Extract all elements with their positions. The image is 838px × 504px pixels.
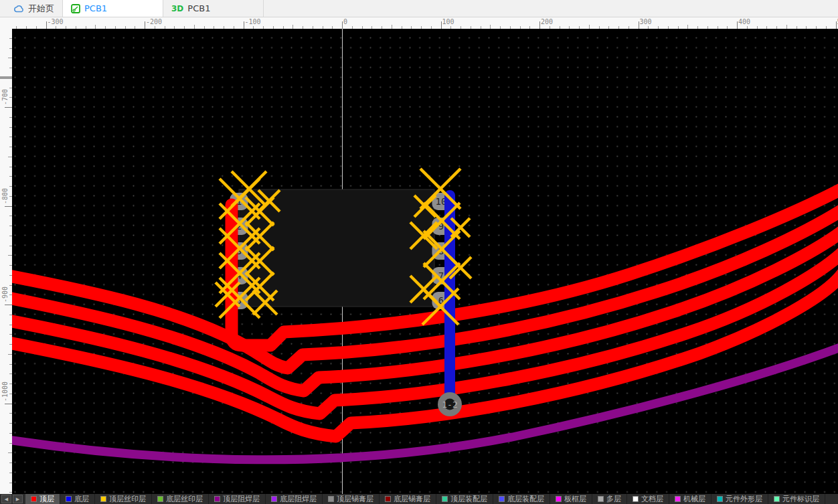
tab-label: 开始页 [28,3,54,15]
layer-item-3[interactable]: 顶层丝印层 [95,494,152,504]
tab-pcb[interactable]: PCB1 [63,0,163,17]
pcb-canvas[interactable]: 123451098761-2 [12,29,838,494]
tab-label: PCB1 [84,3,107,13]
layer-item-11[interactable]: 板框层 [550,494,592,504]
ruler-tick [5,404,12,404]
pcb-drawing[interactable]: 123451098761-2 [12,29,838,494]
ruler-label: 0 [343,18,347,25]
ruler-tick [539,21,540,29]
layer-item-9[interactable]: 顶层装配层 [436,494,493,504]
layer-color-swatch [633,496,639,502]
ruler-tick [5,305,12,305]
layer-name: 板框层 [564,494,586,504]
layer-color-swatch [31,496,37,502]
layer-color-swatch [66,496,72,502]
layer-name: 多层 [606,494,621,504]
cloud-icon [13,5,24,13]
layer-name: 底层装配层 [507,494,544,504]
tab-bar-spacer [264,0,838,17]
layer-item-2[interactable]: 底层 [60,494,95,504]
ruler-label: -200 [146,18,162,25]
ruler-label: -700 [1,89,9,105]
layer-name: 顶层装配层 [450,494,487,504]
layer-item-12[interactable]: 多层 [592,494,627,504]
layers-scroll-right-button[interactable]: ▶ [13,495,23,503]
ruler-label: -100 [245,18,261,25]
tab-start[interactable]: 开始页 [0,0,63,17]
component-body[interactable] [239,189,434,307]
ruler-position-marker [0,76,12,79]
layer-name: 顶层丝印层 [109,494,146,504]
layer-color-swatch [214,496,220,502]
pcb-editor-window: 开始页PCB13DPCB1 -300-200-10001002003004005… [0,0,838,504]
ruler-tick [244,21,244,29]
layer-item-4[interactable]: 底层丝印层 [152,494,209,504]
layer-name: 元件外形层 [726,494,762,504]
ruler-tick [441,21,442,29]
tab-label: PCB1 [187,3,210,13]
pcb-icon [71,4,80,13]
layer-color-swatch [675,496,681,502]
ruler-label: -800 [1,187,9,203]
ruler-label: 400 [738,18,750,25]
ruler-tick [5,107,12,108]
layer-color-swatch [271,496,277,502]
layer-name: 机械层 [683,494,705,504]
ruler-tick [342,21,343,29]
layer-name: 顶层锡膏层 [337,494,373,504]
vertical-ruler: -700-800-900-1000 [0,29,12,494]
ruler-tick [5,206,12,207]
layer-color-swatch [499,496,505,502]
layer-name: 底层 [74,494,89,504]
tab-pcb3d[interactable]: 3DPCB1 [163,0,264,17]
layer-item-16[interactable]: 元件标识层 [768,494,825,504]
via-span-label: 1-2 [442,400,457,410]
ruler-corner [0,17,12,29]
layer-color-swatch [385,496,391,502]
layers-scroll-left-button[interactable]: ◀ [1,495,11,503]
layer-item-5[interactable]: 顶层阻焊层 [209,494,266,504]
layer-name: 文档层 [641,494,663,504]
layer-item-6[interactable]: 底层阻焊层 [266,494,323,504]
ruler-tick [836,21,837,29]
ruler-label: -1000 [1,381,9,401]
layer-item-15[interactable]: 元件外形层 [711,494,768,504]
ruler-tick [46,21,47,29]
horizontal-ruler: -300-200-1000100200300400500 [12,17,838,29]
layer-item-10[interactable]: 底层装配层 [493,494,550,504]
ruler-label: -900 [1,286,9,303]
layer-item-13[interactable]: 文档层 [627,494,669,504]
ruler-label: -300 [48,18,64,25]
ruler-label: 300 [640,18,652,25]
layer-color-swatch [774,496,780,502]
layer-bar: ◀▶顶层底层顶层丝印层底层丝印层顶层阻焊层底层阻焊层顶层锡膏层底层锡膏层顶层装配… [0,494,838,504]
layer-item-14[interactable]: 机械层 [669,494,711,504]
ruler-tick [737,21,738,29]
ruler-tick [145,21,145,29]
layer-name: 顶层 [39,494,54,504]
layer-name: 底层锡膏层 [394,494,430,504]
layer-color-swatch [442,496,448,502]
layer-color-swatch [717,496,723,502]
3d-icon: 3D [171,4,183,13]
layer-name: 底层阻焊层 [280,494,317,504]
layer-color-swatch [556,496,562,502]
ruler-label: 200 [541,18,553,25]
layer-color-swatch [100,496,106,502]
layer-color-swatch [598,496,604,502]
ruler-tick [639,21,639,29]
document-tab-bar: 开始页PCB13DPCB1 [0,0,838,17]
layer-item-8[interactable]: 底层锡膏层 [380,494,436,504]
layer-item-7[interactable]: 顶层锡膏层 [323,494,380,504]
ruler-label: 100 [442,18,454,25]
layer-item-1[interactable]: 顶层 [25,494,60,504]
layer-color-swatch [328,496,334,502]
layer-name: 元件标识层 [782,494,819,504]
layer-name: 底层丝印层 [166,494,203,504]
3d-icon: 3D [171,4,183,13]
layer-name: 顶层阻焊层 [223,494,260,504]
layer-color-swatch [157,496,163,502]
